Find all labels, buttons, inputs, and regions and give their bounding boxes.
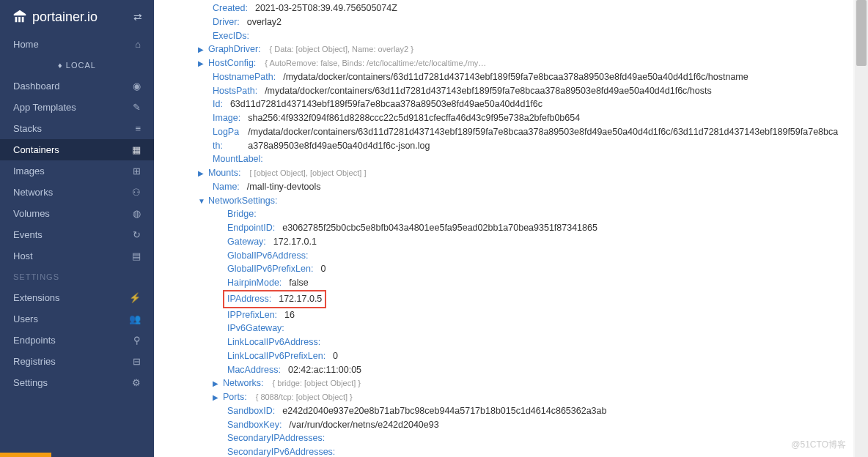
row-networks[interactable]: ▶Networks:{ bridge: [object Object] }: [213, 376, 839, 390]
nav-users[interactable]: Users👥: [0, 308, 154, 330]
images-icon: ⊞: [133, 166, 141, 177]
nav-extensions[interactable]: Extensions⚡: [0, 287, 154, 308]
expand-icon: ▶: [198, 168, 205, 179]
scrollbar-thumb[interactable]: [856, 0, 867, 66]
row-globalipv6address: GlobalIPv6Address:: [227, 249, 839, 263]
row-execids: ExecIDs:: [213, 29, 839, 43]
row-hostspath: HostsPath:/mydata/docker/containers/63d1…: [213, 84, 839, 98]
logo-text: portainer.io: [32, 10, 98, 25]
expand-icon: ▶: [213, 392, 220, 403]
row-secondaryipv6addresses: SecondaryIPv6Addresses:: [227, 445, 839, 457]
row-linklocalipv6prefixlen: LinkLocalIPv6PrefixLen:0: [227, 349, 839, 363]
nav-volumes[interactable]: Volumes◍: [0, 203, 154, 224]
settings-icon: ⚙: [132, 377, 141, 388]
scrollbar[interactable]: [855, 0, 868, 457]
logo[interactable]: portainer.io: [12, 9, 98, 25]
local-bullet-icon: ♦: [58, 61, 63, 70]
row-mounts[interactable]: ▶Mounts:[ [object Object], [object Objec…: [198, 166, 839, 180]
logo-area: portainer.io ⇄: [0, 0, 154, 34]
orange-accent: [0, 453, 51, 457]
swap-icon[interactable]: ⇄: [133, 11, 142, 23]
volumes-icon: ◍: [133, 208, 141, 219]
row-hostconfig[interactable]: ▶HostConfig:{ AutoRemove: false, Binds: …: [198, 56, 839, 70]
home-icon: ⌂: [135, 39, 141, 50]
nav-containers[interactable]: Containers▦: [0, 139, 154, 160]
registries-icon: ⊟: [133, 356, 141, 367]
nav-events[interactable]: Events↻: [0, 224, 154, 245]
nav-settings[interactable]: Settings⚙: [0, 372, 154, 393]
row-ipaddress: IPAddress:172.17.0.5: [227, 290, 839, 308]
row-bridge: Bridge:: [227, 207, 839, 221]
dashboard-icon: ◉: [133, 81, 141, 92]
row-driver: Driver:overlay2: [213, 15, 839, 29]
row-globalipv6prefixlen: GlobalIPv6PrefixLen:0: [227, 262, 839, 276]
row-graphdriver[interactable]: ▶GraphDriver:{ Data: [object Object], Na…: [198, 42, 839, 56]
row-hostnamepath: HostnamePath:/mydata/docker/containers/6…: [213, 70, 839, 84]
stacks-icon: ≡: [135, 123, 141, 134]
row-ports[interactable]: ▶Ports:{ 8088/tcp: [object Object] }: [213, 390, 839, 404]
row-created: Created:2021-03-25T08:39.49.756505074Z: [213, 1, 839, 15]
collapse-icon: ▼: [198, 196, 205, 207]
nav-networks[interactable]: Networks⚇: [0, 182, 154, 203]
expand-icon: ▶: [198, 44, 205, 55]
row-mountlabel: MountLabel:: [213, 152, 839, 166]
sidebar: portainer.io ⇄ Home⌂ ♦ LOCAL Dashboard◉ …: [0, 0, 154, 457]
row-name: Name:/mall-tiny-devtools: [213, 180, 839, 194]
nav-stacks[interactable]: Stacks≡: [0, 118, 154, 139]
nav-registries[interactable]: Registries⊟: [0, 351, 154, 372]
row-macaddress: MacAddress:02:42:ac:11:00:05: [227, 363, 839, 377]
row-ipv6gateway: IPv6Gateway:: [227, 322, 839, 335]
nav-home[interactable]: Home⌂: [0, 34, 154, 55]
nav-endpoints[interactable]: Endpoints⚲: [0, 330, 154, 351]
nav-dashboard[interactable]: Dashboard◉: [0, 75, 154, 97]
watermark: @51CTO博客: [791, 439, 846, 451]
ipaddress-highlight: IPAddress:172.17.0.5: [223, 290, 326, 308]
inspect-panel: Created:2021-03-25T08:39.49.756505074Z D…: [154, 0, 853, 457]
nav-app-templates[interactable]: App Templates✎: [0, 97, 154, 118]
row-image: Image:sha256:4f9332f094f861d8288ccc22c5d…: [213, 111, 839, 125]
extensions-icon: ⚡: [129, 292, 141, 303]
nav-host[interactable]: Host▤: [0, 245, 154, 267]
events-icon: ↻: [133, 229, 141, 240]
portainer-icon: [12, 9, 28, 25]
expand-icon: ▶: [213, 378, 220, 389]
containers-icon: ▦: [132, 144, 141, 155]
users-icon: 👥: [129, 313, 141, 324]
row-gateway: Gateway:172.17.0.1: [227, 235, 839, 249]
nav-settings-header: SETTINGS: [0, 267, 154, 287]
row-ipprefixlen: IPPrefixLen:16: [227, 308, 839, 322]
expand-icon: ▶: [198, 58, 205, 69]
row-id: Id:63d11d7281d437143ebf189f59fa7e8bcaa37…: [213, 97, 839, 111]
host-icon: ▤: [132, 250, 141, 261]
row-linklocalipv6address: LinkLocalIPv6Address:: [227, 335, 839, 349]
endpoints-icon: ⚲: [133, 335, 141, 346]
row-logpath: LogPath:/mydata/docker/containers/63d11d…: [213, 125, 839, 153]
row-networksettings[interactable]: ▼NetworkSettings:: [198, 194, 839, 208]
row-sandboxkey: SandboxKey:/var/run/docker/netns/e242d20…: [227, 418, 839, 432]
row-secondaryipaddresses: SecondaryIPAddresses:: [227, 431, 839, 445]
row-sandboxid: SandboxID:e242d2040e937e20e8b71ab7bc98ce…: [227, 404, 839, 418]
row-hairpinmode: HairpinMode:false: [227, 276, 839, 290]
row-endpointid: EndpointID:e3062785f25b0cbc5e8bfb043a480…: [227, 221, 839, 235]
templates-icon: ✎: [133, 102, 141, 113]
nav-images[interactable]: Images⊞: [0, 160, 154, 182]
networks-icon: ⚇: [132, 187, 141, 198]
nav-local[interactable]: ♦ LOCAL: [0, 55, 154, 75]
